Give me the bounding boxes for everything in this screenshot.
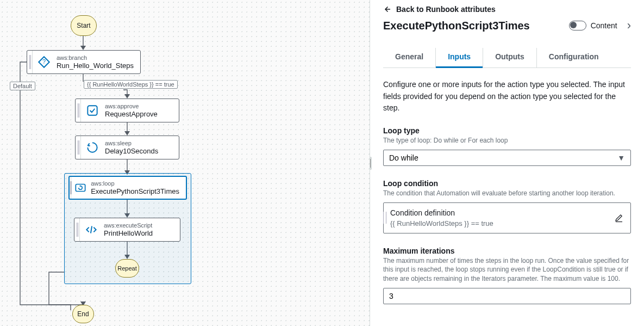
edit-icon[interactable] [614, 213, 624, 223]
toggle-label: Content [591, 21, 617, 30]
edge-label-condition: {{ RunHelloWorldSteps }} == true [84, 80, 178, 89]
edge-label-default: Default [10, 82, 35, 90]
tab-configuration[interactable]: Configuration [536, 48, 611, 67]
tabs: General Inputs Outputs Configuration [383, 48, 631, 68]
node-sleep[interactable]: aws:sleep Delay10Seconds [75, 136, 179, 159]
repeat-node[interactable]: Repeat [115, 259, 139, 278]
chevron-right-icon[interactable]: › [617, 19, 631, 33]
inputs-description: Configure one or more inputs for the act… [383, 79, 631, 114]
node-type: aws:executeScript [104, 222, 153, 229]
loop-type-select[interactable]: Do while ▼ [383, 150, 631, 166]
branch-icon: ? [35, 53, 53, 71]
end-label: End [77, 310, 89, 318]
approve-icon [83, 101, 102, 120]
max-iterations-input[interactable] [383, 288, 631, 304]
toggle-switch[interactable] [569, 21, 586, 30]
node-name: Run_Hello_World_Steps [57, 61, 134, 70]
node-type: aws:sleep [105, 140, 158, 146]
loop-condition-label: Loop condition [383, 179, 631, 188]
drag-handle[interactable] [76, 99, 81, 122]
back-link[interactable]: Back to Runbook attributes [382, 4, 496, 14]
loop-icon [73, 179, 87, 197]
max-iterations-help: The maximum number of times the steps in… [383, 256, 631, 284]
start-node[interactable]: Start [71, 15, 97, 36]
sleep-icon [83, 138, 102, 157]
end-node[interactable]: End [72, 305, 94, 323]
drag-handle[interactable] [383, 212, 386, 224]
tab-inputs[interactable]: Inputs [435, 48, 483, 67]
condition-expression: {{ RunHelloWorldSteps }} == true [390, 219, 624, 227]
node-loop[interactable]: aws:loop ExecutePythonScript3Times [68, 176, 187, 200]
page-title: ExecutePythonScript3Times [383, 20, 530, 32]
arrow-left-icon [382, 4, 392, 14]
content-toggle[interactable]: Content [569, 21, 617, 30]
start-label: Start [77, 22, 90, 29]
code-icon [82, 220, 101, 239]
node-type: aws:loop [91, 180, 179, 187]
back-label: Back to Runbook attributes [396, 5, 496, 14]
node-type: aws:approve [105, 103, 158, 109]
drag-handle[interactable] [76, 136, 81, 159]
node-name: PrintHelloWorld [104, 229, 153, 237]
tab-general[interactable]: General [383, 48, 435, 67]
properties-panel: Back to Runbook attributes ExecutePython… [370, 0, 644, 326]
max-iterations-label: Maximum iterations [383, 247, 631, 255]
node-name: Delay10Seconds [105, 147, 158, 155]
condition-title: Condition definition [390, 208, 624, 217]
workflow-canvas[interactable]: Start Default {{ RunHelloWorldSteps }} =… [0, 0, 370, 326]
svg-marker-3 [124, 94, 130, 99]
drag-handle[interactable] [27, 51, 33, 73]
node-name: RequestApprove [105, 110, 158, 118]
svg-text:?: ? [42, 58, 46, 65]
drag-handle[interactable] [74, 218, 80, 241]
loop-type-help: The type of loop: Do while or For each l… [383, 136, 631, 145]
node-script[interactable]: aws:executeScript PrintHelloWorld [74, 218, 180, 242]
svg-marker-1 [80, 46, 86, 50]
node-name: ExecutePythonScript3Times [91, 187, 179, 195]
svg-marker-5 [124, 131, 130, 136]
loop-type-label: Loop type [383, 126, 631, 135]
repeat-label: Repeat [117, 265, 136, 272]
caret-down-icon: ▼ [617, 153, 625, 162]
panel-resizer[interactable] [370, 157, 372, 170]
svg-rect-14 [87, 106, 97, 115]
condition-card[interactable]: Condition definition {{ RunHelloWorldSte… [383, 202, 631, 233]
node-approve[interactable]: aws:approve RequestApprove [75, 99, 179, 122]
loop-type-value: Do while [389, 153, 418, 162]
node-branch[interactable]: ? aws:branch Run_Hello_World_Steps [27, 50, 141, 74]
drag-handle[interactable] [70, 177, 71, 199]
loop-condition-help: The condition that Automation will evalu… [383, 189, 631, 198]
node-type: aws:branch [57, 54, 134, 61]
svg-rect-15 [76, 184, 85, 192]
tab-outputs[interactable]: Outputs [483, 48, 536, 67]
